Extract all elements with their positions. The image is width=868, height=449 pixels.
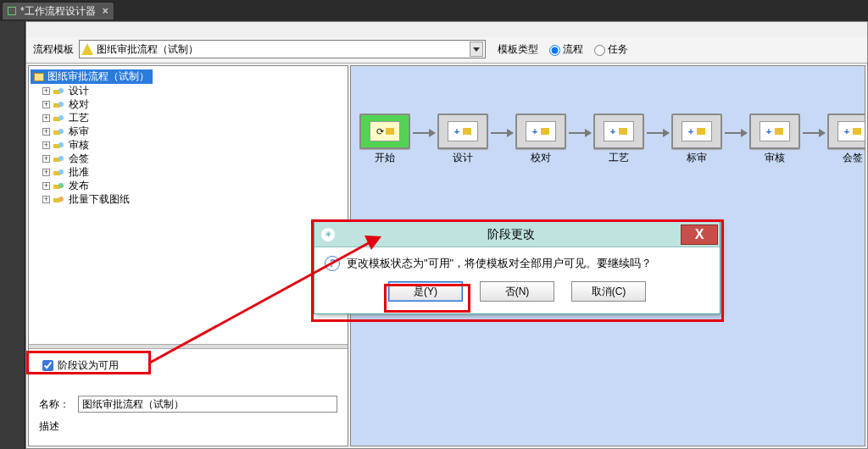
dialog-message: 更改模板状态为"可用"，将使模板对全部用户可见。要继续吗？: [347, 256, 709, 271]
node-inner: ⟳: [370, 121, 400, 141]
desc-row: 描述: [39, 419, 337, 434]
flow-arrow-icon: [569, 132, 591, 134]
tree-item-label: 审核: [69, 138, 89, 152]
tree-item[interactable]: +发布: [31, 179, 346, 192]
flow-node[interactable]: +工艺: [593, 114, 644, 165]
flow-node-box[interactable]: ⟳: [359, 114, 410, 149]
tree-item[interactable]: +标审: [31, 125, 346, 138]
name-value: 图纸审批流程（试制）: [82, 397, 184, 412]
tree-item[interactable]: +批量下载图纸: [31, 192, 346, 206]
plus-icon: +: [688, 126, 693, 136]
flow-node-box[interactable]: +: [827, 114, 865, 149]
name-label: 名称：: [39, 397, 78, 412]
flow-arrow-icon: [803, 132, 825, 134]
tree-item-label: 会签: [69, 152, 89, 166]
node-inner: +: [760, 121, 790, 141]
tree-item-label: 批准: [69, 165, 89, 180]
flow-node-label: 审核: [765, 151, 785, 165]
app-top-bar: *工作流程设计器 ×: [0, 0, 868, 21]
tree-item-label: 标审: [69, 125, 89, 139]
tab-close-icon[interactable]: ×: [103, 5, 108, 17]
flow-node-label: 工艺: [609, 151, 629, 165]
flow-node-box[interactable]: +: [671, 114, 722, 149]
property-area: 阶段设为可用 名称： 图纸审批流程（试制） 描述: [29, 349, 348, 446]
radio-flow-input[interactable]: [549, 45, 560, 56]
step-icon: [53, 100, 65, 108]
tree-item[interactable]: +审核: [31, 138, 346, 152]
tree-item[interactable]: +工艺: [31, 111, 346, 125]
cancel-button[interactable]: 取消(C): [571, 281, 646, 302]
left-dock: [0, 21, 25, 449]
enable-stage-checkbox[interactable]: [42, 360, 53, 371]
gear-icon: [853, 128, 861, 135]
flow-node-box[interactable]: +: [593, 114, 644, 149]
flow-node-label: 设计: [453, 151, 473, 165]
yes-button[interactable]: 是(Y): [388, 281, 463, 302]
flow-node-label: 标审: [687, 151, 707, 165]
app-small-icon: ✳: [321, 228, 335, 241]
warning-triangle-icon: [81, 43, 93, 55]
gear-icon: [463, 128, 471, 135]
no-button[interactable]: 否(N): [480, 281, 554, 302]
flow-node[interactable]: +标审: [671, 114, 722, 165]
step-icon: [53, 141, 65, 149]
left-pane: 图纸审批流程（试制） +设计+校对+工艺+标审+审核+会签+批准+发布+批量下载…: [28, 65, 348, 446]
tree-expander-icon[interactable]: +: [42, 196, 50, 203]
desc-label: 描述: [39, 419, 78, 434]
toolbar: 流程模板 图纸审批流程（试制） 模板类型 流程 任务: [26, 37, 867, 61]
tree-root-label: 图纸审批流程（试制）: [47, 69, 149, 84]
flow-arrow-icon: [413, 132, 435, 134]
flow-node-start[interactable]: ⟳开始: [359, 114, 410, 165]
node-inner: +: [682, 121, 712, 141]
tree-item[interactable]: +批准: [31, 165, 346, 179]
step-icon: [53, 114, 65, 122]
tree-item[interactable]: +会签: [31, 152, 346, 165]
radio-flow-label: 流程: [563, 42, 583, 57]
dialog-close-button[interactable]: X: [681, 224, 718, 245]
tree-expander-icon[interactable]: +: [42, 101, 50, 108]
enable-stage-row: 阶段设为可用: [39, 358, 337, 374]
chevron-down-icon[interactable]: [470, 42, 483, 57]
radio-task[interactable]: 任务: [590, 42, 628, 57]
template-label: 流程模板: [33, 42, 74, 57]
flow-node-box[interactable]: +: [749, 114, 800, 149]
document-tab[interactable]: *工作流程设计器 ×: [2, 2, 114, 19]
template-combo[interactable]: 图纸审批流程（试制）: [79, 40, 486, 58]
flow-node[interactable]: +校对: [515, 114, 566, 165]
node-inner: +: [526, 121, 556, 141]
tree-item[interactable]: +校对: [31, 97, 346, 111]
plus-icon: +: [766, 126, 771, 136]
workflow-tree[interactable]: 图纸审批流程（试制） +设计+校对+工艺+标审+审核+会签+批准+发布+批量下载…: [29, 66, 348, 344]
step-icon: [53, 181, 65, 190]
step-icon: [53, 195, 65, 203]
flow-node[interactable]: +审核: [749, 114, 800, 165]
tree-expander-icon[interactable]: +: [42, 155, 50, 163]
tree-expander-icon[interactable]: +: [42, 128, 50, 136]
flow-arrow-icon: [491, 132, 513, 134]
tree-item-label: 校对: [69, 97, 89, 112]
flow-node[interactable]: +会签: [827, 114, 865, 165]
dialog-buttons: 是(Y) 否(N) 取消(C): [314, 276, 720, 313]
tree-expander-icon[interactable]: +: [42, 169, 50, 176]
node-inner: +: [448, 121, 478, 141]
tree-item[interactable]: +设计: [31, 84, 346, 97]
step-icon: [53, 86, 65, 95]
radio-task-input[interactable]: [594, 45, 605, 56]
flow-row: ⟳开始+设计+校对+工艺+标审+审核+会签: [359, 114, 865, 165]
flow-node-box[interactable]: +: [437, 114, 488, 149]
step-icon: [53, 127, 65, 136]
dialog-body: ? 更改模板状态为"可用"，将使模板对全部用户可见。要继续吗？: [314, 247, 720, 276]
flow-node-box[interactable]: +: [515, 114, 566, 149]
tree-expander-icon[interactable]: +: [42, 87, 50, 95]
tree-root[interactable]: 图纸审批流程（试制）: [31, 69, 153, 84]
tree-expander-icon[interactable]: +: [42, 141, 50, 149]
dialog-titlebar[interactable]: ✳ 阶段更改 X: [314, 222, 720, 247]
radio-flow[interactable]: 流程: [545, 42, 583, 57]
flow-node[interactable]: +设计: [437, 114, 488, 165]
flow-arrow-icon: [647, 132, 669, 134]
gear-icon: [775, 128, 783, 135]
tree-expander-icon[interactable]: +: [42, 114, 50, 122]
gear-icon: [386, 128, 394, 135]
name-input[interactable]: 图纸审批流程（试制）: [78, 396, 337, 413]
tree-expander-icon[interactable]: +: [42, 182, 50, 190]
